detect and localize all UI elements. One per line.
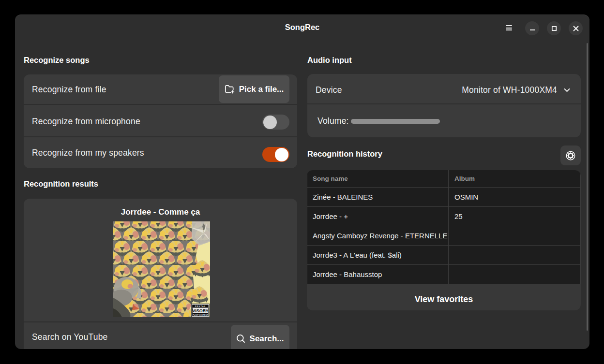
svg-text:RENTAL: RENTAL (195, 305, 206, 307)
svg-text:PLICIT CONTENT: PLICIT CONTENT (193, 314, 208, 316)
svg-text:VISORY: VISORY (192, 308, 209, 313)
